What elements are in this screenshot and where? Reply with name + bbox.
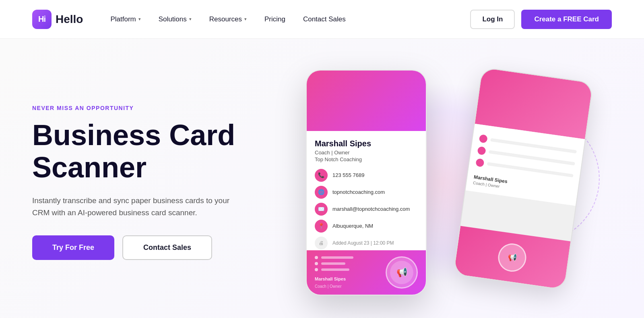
- phone-header-gradient: [307, 71, 426, 131]
- footer-name: Marshall Sipes: [315, 276, 353, 281]
- navbar: Hi Hello Platform ▾ Solutions ▾ Resource…: [0, 0, 644, 39]
- contact-sales-button[interactable]: Contact Sales: [122, 235, 212, 260]
- footer-lines: Marshall Sipes Coach | Owner: [315, 256, 353, 289]
- website-icon: 🌐: [315, 186, 328, 199]
- dot-icon: [315, 262, 318, 265]
- contact-phone: 123 555 7689: [332, 172, 365, 178]
- logo-icon: Hi: [32, 10, 52, 29]
- nav-item-contact[interactable]: Contact Sales: [296, 11, 353, 27]
- logo-name: Hello: [56, 13, 83, 26]
- contact-added-date: Added August 23 | 12:00 PM: [332, 240, 394, 246]
- nav-label-resources: Resources: [209, 15, 242, 23]
- phone-footer: Marshall Sipes Coach | Owner 📢: [307, 250, 426, 295]
- hero-content: NEVER MISS AN OPPORTUNITY Business Card …: [32, 105, 274, 260]
- contact-company: Top Notch Coaching: [315, 156, 418, 162]
- contact-location-row: 📍 Albuquerque, NM: [315, 220, 418, 233]
- phone-icon: 📞: [315, 169, 328, 182]
- footer-line-2: [315, 262, 353, 265]
- nav-links: Platform ▾ Solutions ▾ Resources ▾ Prici…: [103, 11, 470, 27]
- footer-subtitle: Coach | Owner: [315, 284, 353, 289]
- hero-visual: Marshall Sipes Coach | Owner Top Notch C…: [274, 66, 612, 299]
- hero-buttons: Try For Free Contact Sales: [32, 235, 274, 260]
- contact-website-row: 🌐 topnotchcoaching.com: [315, 186, 418, 199]
- email-icon: ✉️: [315, 203, 328, 216]
- dot-icon: [315, 268, 318, 271]
- hero-title: Business Card Scanner: [32, 119, 274, 183]
- hero-section: NEVER MISS AN OPPORTUNITY Business Card …: [0, 39, 644, 318]
- logo-letters: Hi: [38, 15, 45, 24]
- contact-title: Coach | Owner: [315, 150, 418, 156]
- line-bar: [321, 268, 349, 271]
- chevron-down-icon: ▾: [244, 17, 247, 22]
- hero-title-line1: Business Card: [32, 119, 235, 151]
- nav-item-pricing[interactable]: Pricing: [257, 11, 293, 27]
- line-bar: [321, 262, 345, 265]
- contact-email: marshall@topnotchcoaching.com: [332, 206, 410, 212]
- nav-item-solutions[interactable]: Solutions ▾: [151, 11, 199, 27]
- chevron-down-icon: ▾: [189, 17, 192, 22]
- create-card-button[interactable]: Create a FREE Card: [521, 10, 612, 29]
- hero-eyebrow: NEVER MISS AN OPPORTUNITY: [32, 105, 274, 111]
- footer-line-3: [315, 268, 353, 271]
- phone-back-lines: [475, 134, 577, 179]
- contact-name: Marshall Sipes: [315, 139, 418, 148]
- phone-front: Marshall Sipes Coach | Owner Top Notch C…: [306, 70, 427, 295]
- logo[interactable]: Hi Hello: [32, 10, 83, 29]
- nav-item-platform[interactable]: Platform ▾: [103, 11, 148, 27]
- calendar-icon: 🖨: [315, 237, 328, 249]
- brand-badge-front: 📢: [386, 256, 418, 289]
- phone-contact-info: Marshall Sipes Coach | Owner Top Notch C…: [307, 131, 426, 256]
- login-button[interactable]: Log In: [470, 10, 515, 29]
- dot-icon: [315, 256, 318, 259]
- nav-label-pricing: Pricing: [264, 15, 285, 23]
- hero-description: Instantly transcribe and sync paper busi…: [32, 195, 242, 219]
- footer-line-1: [315, 256, 353, 259]
- nav-label-solutions: Solutions: [159, 15, 187, 23]
- dot-icon: [479, 134, 488, 143]
- chevron-down-icon: ▾: [138, 17, 141, 22]
- dot-icon: [475, 158, 485, 167]
- line-bar: [321, 256, 353, 259]
- brand-badge-back: 📢: [496, 241, 528, 273]
- try-free-button[interactable]: Try For Free: [32, 235, 114, 260]
- nav-actions: Log In Create a FREE Card: [470, 10, 612, 29]
- contact-date-row: 🖨 Added August 23 | 12:00 PM: [315, 237, 418, 249]
- contact-phone-row: 📞 123 555 7689: [315, 169, 418, 182]
- nav-item-resources[interactable]: Resources ▾: [202, 11, 254, 27]
- nav-label-platform: Platform: [110, 15, 136, 23]
- megaphone-icon: 📢: [396, 267, 407, 278]
- phone-back: Marshall Sipes Coach | Owner 📢: [453, 67, 594, 290]
- megaphone-icon-back: 📢: [507, 252, 517, 262]
- contact-location: Albuquerque, NM: [332, 223, 373, 229]
- badge-inner: 📢: [390, 261, 413, 284]
- contact-website: topnotchcoaching.com: [332, 189, 385, 195]
- contact-email-row: ✉️ marshall@topnotchcoaching.com: [315, 203, 418, 216]
- nav-label-contact: Contact Sales: [303, 15, 346, 23]
- location-icon: 📍: [315, 220, 328, 233]
- phone-back-footer: 📢: [454, 226, 570, 289]
- dot-icon: [477, 146, 486, 155]
- hero-title-line2: Scanner: [32, 151, 147, 183]
